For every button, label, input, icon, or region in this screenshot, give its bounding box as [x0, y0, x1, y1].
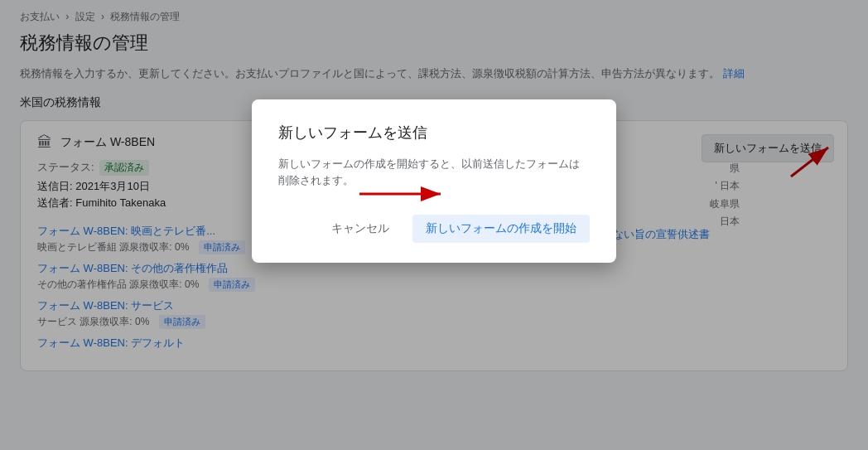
modal-overlay: 新しいフォームを送信 新しいフォームの作成を開始すると、以前送信したフォームは削… — [0, 0, 868, 450]
page-wrapper: お支払い › 設定 › 税務情報の管理 税務情報の管理 税務情報を入力するか、更… — [0, 0, 868, 450]
start-form-button[interactable]: 新しいフォームの作成を開始 — [412, 215, 590, 243]
modal-body: 新しいフォームの作成を開始すると、以前送信したフォームは削除されます。 — [278, 156, 590, 188]
modal-title: 新しいフォームを送信 — [278, 123, 590, 143]
modal-dialog: 新しいフォームを送信 新しいフォームの作成を開始すると、以前送信したフォームは削… — [252, 99, 616, 263]
cancel-button[interactable]: キャンセル — [318, 215, 403, 243]
modal-footer: キャンセル 新しいフォームの作成を開始 — [278, 215, 590, 243]
